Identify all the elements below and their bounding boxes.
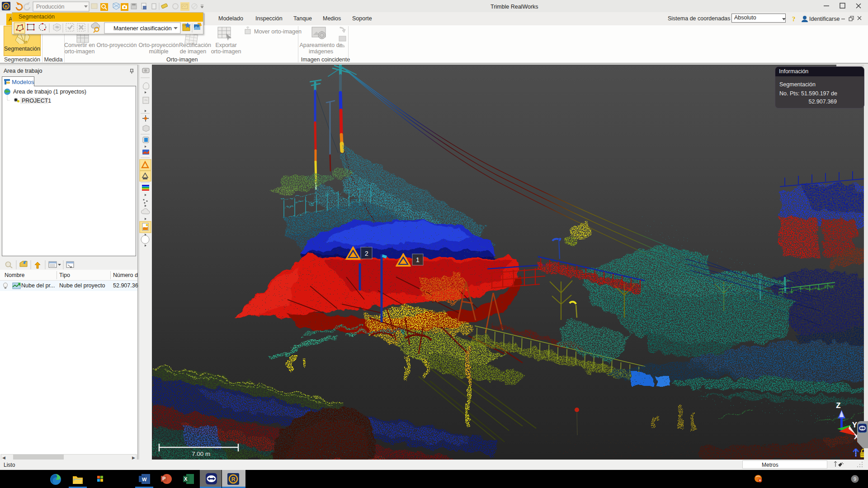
svg-text:7.00 m: 7.00 m <box>192 450 210 457</box>
svg-text:1: 1 <box>416 256 420 263</box>
svg-text:PROJECT1: PROJECT1 <box>22 98 51 104</box>
svg-text:X: X <box>184 476 188 482</box>
svg-text:W: W <box>142 477 147 482</box>
svg-text:9: 9 <box>854 476 856 482</box>
svg-text:Mantener clasificación: Mantener clasificación <box>113 25 172 32</box>
svg-text:2: 2 <box>365 250 368 257</box>
svg-text:Producción: Producción <box>36 4 65 10</box>
svg-text:?: ? <box>792 15 796 23</box>
svg-text:R: R <box>231 476 236 483</box>
svg-text:Area de trabajo (1 proyectos): Area de trabajo (1 proyectos) <box>13 89 86 95</box>
svg-text:R: R <box>5 5 8 9</box>
svg-text:P: P <box>162 476 165 481</box>
svg-text:Z: Z <box>836 401 841 410</box>
